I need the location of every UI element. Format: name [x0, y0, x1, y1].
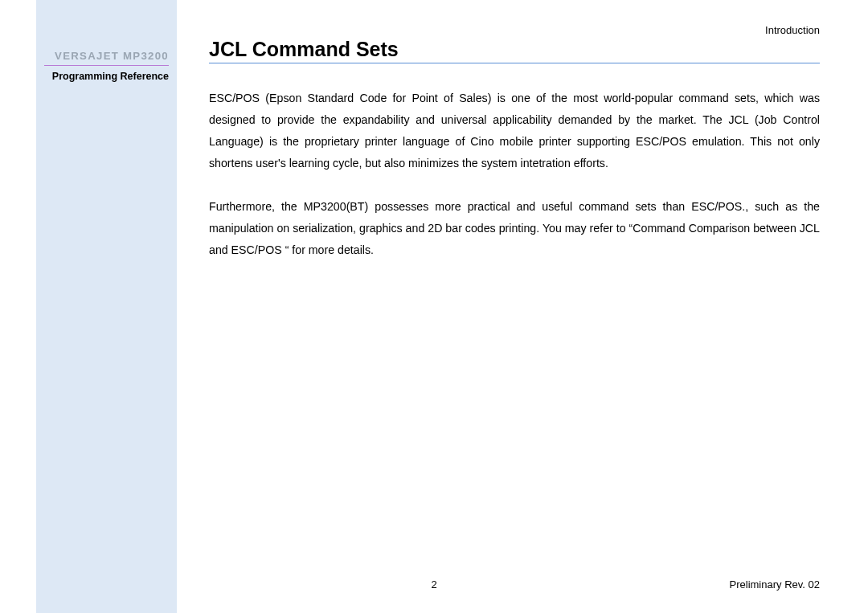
title-rule [209, 63, 820, 63]
footer-revision: Preliminary Rev. 02 [730, 578, 820, 591]
sidebar: VERSAJET MP3200 Programming Reference [36, 0, 177, 613]
paragraph-1: ESC/POS (Epson Standard Code for Point o… [209, 88, 820, 174]
paragraph-2: Furthermore, the MP3200(BT) possesses mo… [209, 196, 820, 261]
body-text: ESC/POS (Epson Standard Code for Point o… [209, 88, 820, 261]
section-title: JCL Command Sets [209, 38, 820, 61]
sidebar-content: VERSAJET MP3200 Programming Reference [36, 0, 177, 82]
sidebar-divider [44, 65, 169, 66]
document-page: VERSAJET MP3200 Programming Reference In… [0, 0, 868, 613]
product-name: VERSAJET MP3200 [44, 50, 169, 62]
document-subtitle: Programming Reference [44, 71, 169, 82]
main-content: JCL Command Sets ESC/POS (Epson Standard… [209, 38, 820, 283]
header-section-label: Introduction [765, 24, 820, 36]
